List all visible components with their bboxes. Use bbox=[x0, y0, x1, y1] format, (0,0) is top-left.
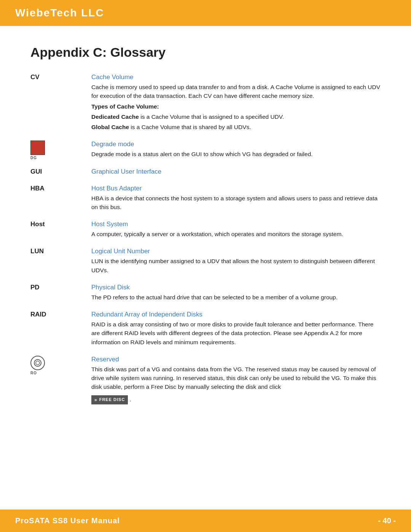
glossary-def-text-raid: RAID is a disk array consisting of two o… bbox=[91, 320, 381, 347]
free-disc-arrow: » bbox=[94, 396, 97, 403]
glossary-entry-dg: DG Degrade mode Degrade mode is a status… bbox=[30, 141, 381, 160]
free-disc-period: . bbox=[130, 396, 131, 403]
page-title: Appendix C: Glossary bbox=[30, 45, 381, 60]
glossary-entry-cv: CV Cache Volume Cache is memory used to … bbox=[30, 73, 381, 133]
dedicated-cache-label: Dedicated Cache bbox=[91, 113, 139, 120]
glossary-term-lun: LUN bbox=[30, 248, 91, 255]
header: WiebeTech LLC bbox=[0, 0, 411, 26]
glossary-def-title-pd: Physical Disk bbox=[91, 284, 381, 291]
glossary-def-title-hba: Host Bus Adapter bbox=[91, 185, 381, 192]
glossary-def-gui: Graphical User Interface bbox=[91, 168, 381, 177]
glossary-term-dg: DG bbox=[30, 141, 91, 160]
footer-title: ProSATA SS8 User Manual bbox=[15, 516, 120, 525]
glossary-term-pd: PD bbox=[30, 284, 91, 291]
glossary-def-title-dg: Degrade mode bbox=[91, 141, 381, 148]
glossary-def-dg: Degrade mode Degrade mode is a status al… bbox=[91, 141, 381, 160]
glossary-def-text-host: A computer, typically a server or a work… bbox=[91, 230, 381, 238]
reserved-icon-svg bbox=[35, 361, 40, 365]
glossary-def-title-raid: Redundant Array of Independent Disks bbox=[91, 311, 381, 318]
global-cache-label: Global Cache bbox=[91, 124, 129, 130]
glossary: CV Cache Volume Cache is memory used to … bbox=[30, 73, 381, 404]
glossary-def-reserved: Reserved This disk was part of a VG and … bbox=[91, 356, 381, 404]
types-cache-label: Types of Cache Volume: bbox=[91, 103, 159, 110]
footer: ProSATA SS8 User Manual - 40 - bbox=[0, 510, 411, 532]
glossary-entry-raid: RAID Redundant Array of Independent Disk… bbox=[30, 311, 381, 348]
glossary-term-gui: GUI bbox=[30, 168, 91, 176]
free-disc-button[interactable]: » FREE DISC bbox=[91, 395, 128, 404]
glossary-def-text-hba: HBA is a device that connects the host s… bbox=[91, 194, 381, 212]
glossary-def-text-reserved: This disk was part of a VG and contains … bbox=[91, 365, 381, 404]
glossary-def-text-lun: LUN is the identifying number assigned t… bbox=[91, 257, 381, 275]
glossary-def-pd: Physical Disk The PD refers to the actua… bbox=[91, 284, 381, 303]
glossary-def-text-pd: The PD refers to the actual hard drive t… bbox=[91, 293, 381, 302]
glossary-def-text-cv: Cache is memory used to speed up data tr… bbox=[91, 83, 381, 131]
degrade-mode-icon bbox=[30, 141, 45, 155]
reserved-icon-inner bbox=[34, 359, 41, 367]
svg-point-0 bbox=[36, 361, 40, 365]
glossary-entry-lun: LUN Logical Unit Number LUN is the ident… bbox=[30, 248, 381, 276]
glossary-def-raid: Redundant Array of Independent Disks RAI… bbox=[91, 311, 381, 348]
free-disc-button-wrap: » FREE DISC . bbox=[91, 394, 381, 404]
main-content: Appendix C: Glossary CV Cache Volume Cac… bbox=[0, 26, 411, 450]
glossary-entry-reserved: RO Reserved This disk was part of a VG a… bbox=[30, 356, 381, 404]
free-disc-label: FREE DISC bbox=[99, 396, 125, 403]
glossary-def-cv: Cache Volume Cache is memory used to spe… bbox=[91, 73, 381, 133]
glossary-entry-host: Host Host System A computer, typically a… bbox=[30, 220, 381, 240]
glossary-term-reserved: RO bbox=[30, 356, 91, 375]
glossary-def-title-lun: Logical Unit Number bbox=[91, 248, 381, 255]
glossary-entry-pd: PD Physical Disk The PD refers to the ac… bbox=[30, 284, 381, 303]
glossary-entry-gui: GUI Graphical User Interface bbox=[30, 168, 381, 177]
glossary-term-host: Host bbox=[30, 220, 91, 228]
glossary-def-host: Host System A computer, typically a serv… bbox=[91, 220, 381, 240]
glossary-term-raid: RAID bbox=[30, 311, 91, 318]
dg-icon-label: DG bbox=[30, 156, 37, 160]
reserved-icon bbox=[30, 356, 45, 370]
glossary-def-title-gui: Graphical User Interface bbox=[91, 168, 381, 176]
glossary-term-cv: CV bbox=[30, 73, 91, 81]
glossary-entry-hba: HBA Host Bus Adapter HBA is a device tha… bbox=[30, 185, 381, 213]
glossary-def-title-cv: Cache Volume bbox=[91, 73, 381, 81]
rd-icon-label: RO bbox=[30, 371, 37, 375]
glossary-def-title-host: Host System bbox=[91, 220, 381, 228]
glossary-def-hba: Host Bus Adapter HBA is a device that co… bbox=[91, 185, 381, 213]
glossary-def-title-reserved: Reserved bbox=[91, 356, 381, 363]
glossary-def-text-dg: Degrade mode is a status alert on the GU… bbox=[91, 150, 381, 158]
footer-page: - 40 - bbox=[378, 516, 396, 525]
glossary-term-hba: HBA bbox=[30, 185, 91, 192]
glossary-def-lun: Logical Unit Number LUN is the identifyi… bbox=[91, 248, 381, 276]
header-title: WiebeTech LLC bbox=[15, 7, 104, 19]
